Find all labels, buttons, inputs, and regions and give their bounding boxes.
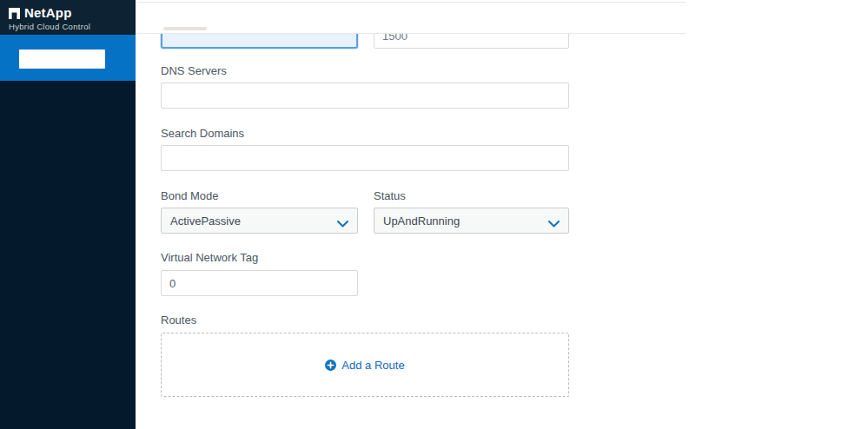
add-route-label: Add a Route xyxy=(341,359,404,372)
sidebar-active-item-label-redacted xyxy=(19,50,105,69)
chevron-down-icon xyxy=(337,217,348,224)
dns-servers-label: DNS Servers xyxy=(161,64,227,77)
virtual-network-tag-label: Virtual Network Tag xyxy=(161,251,258,264)
page: NetApp Hybrid Cloud Control DNS Servers … xyxy=(0,0,868,429)
add-route-button[interactable]: Add a Route xyxy=(325,359,404,372)
bond-mode-value: ActivePassive xyxy=(170,214,241,228)
add-circle-icon xyxy=(325,360,336,371)
bond-mode-label: Bond Mode xyxy=(161,189,219,202)
search-domains-input[interactable] xyxy=(161,145,569,171)
network-settings-form-panel: DNS Servers Search Domains Bond Mode Sta… xyxy=(137,0,686,429)
dns-servers-input[interactable] xyxy=(161,82,569,109)
sidebar: NetApp Hybrid Cloud Control xyxy=(0,0,136,429)
panel-header-band xyxy=(137,2,686,34)
clipped-text-artifact xyxy=(163,27,207,30)
search-domains-label: Search Domains xyxy=(161,127,244,140)
routes-label: Routes xyxy=(161,314,196,327)
status-select[interactable]: UpAndRunning xyxy=(374,208,569,234)
status-label: Status xyxy=(374,189,406,202)
bond-mode-select[interactable]: ActivePassive xyxy=(161,208,358,234)
netapp-logo: NetApp xyxy=(9,5,127,20)
netapp-logo-icon xyxy=(9,7,20,18)
status-value: UpAndRunning xyxy=(383,214,460,228)
sidebar-header: NetApp Hybrid Cloud Control xyxy=(0,0,136,35)
brand-name: NetApp xyxy=(24,5,72,20)
virtual-network-tag-input[interactable] xyxy=(161,270,358,296)
chevron-down-icon xyxy=(548,217,560,224)
sidebar-active-item[interactable] xyxy=(0,35,136,81)
routes-dropzone: Add a Route xyxy=(161,333,569,397)
product-subtitle: Hybrid Cloud Control xyxy=(9,22,127,31)
